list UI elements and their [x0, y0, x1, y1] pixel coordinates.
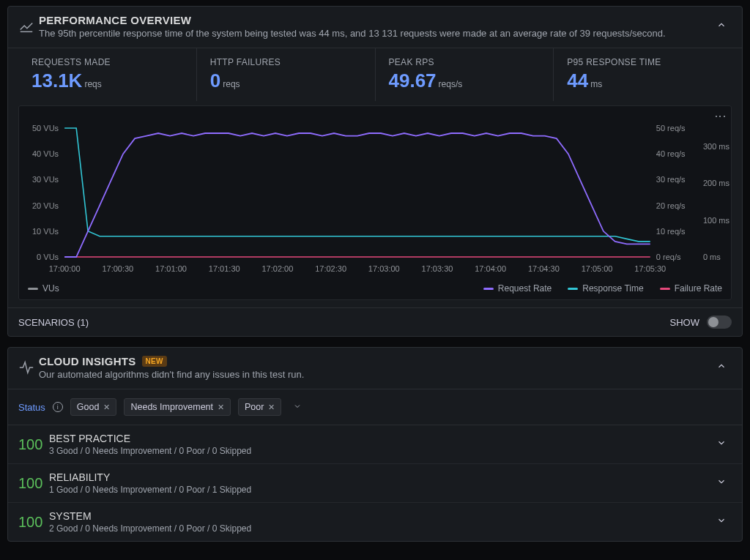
p95-value: 44ms: [567, 70, 719, 92]
close-icon[interactable]: ✕: [103, 403, 110, 412]
insights-panel: CLOUD INSIGHTS NEW Our automated algorit…: [7, 347, 743, 542]
svg-text:17:01:00: 17:01:00: [155, 264, 187, 273]
insight-row-best-practice[interactable]: 100 BEST PRACTICE 3 Good / 0 Needs Impro…: [8, 425, 742, 463]
svg-text:50 req/s: 50 req/s: [656, 124, 686, 132]
chart-line-icon: [18, 18, 39, 37]
svg-text:17:00:30: 17:00:30: [102, 264, 133, 273]
svg-text:17:05:30: 17:05:30: [634, 264, 666, 273]
legend-failure-rate: Failure Rate: [675, 283, 722, 294]
stats-row: REQUESTS MADE 13.1Kreqs HTTP FAILURES 0r…: [8, 48, 742, 101]
svg-text:0 VUs: 0 VUs: [37, 253, 59, 261]
svg-text:17:02:00: 17:02:00: [261, 264, 293, 273]
svg-text:17:03:30: 17:03:30: [422, 264, 453, 273]
svg-text:300 ms: 300 ms: [703, 142, 730, 151]
p95-label: P95 RESPONSE TIME: [567, 57, 719, 67]
performance-panel: PERFORMANCE OVERVIEW The 95th percentile…: [7, 6, 743, 337]
filter-dropdown-button[interactable]: [289, 399, 306, 416]
requests-made-value: 13.1Kreqs: [31, 70, 183, 92]
performance-subtitle: The 95th percentile response time of the…: [39, 28, 711, 39]
svg-text:50 VUs: 50 VUs: [32, 124, 59, 132]
svg-text:20 req/s: 20 req/s: [656, 201, 686, 210]
status-filter-label: Status: [18, 402, 45, 413]
close-icon[interactable]: ✕: [268, 403, 275, 412]
chart-menu-icon[interactable]: ⋮: [715, 111, 725, 122]
svg-text:10 req/s: 10 req/s: [656, 227, 686, 236]
legend-vus: VUs: [42, 283, 59, 294]
activity-icon: [18, 359, 39, 378]
svg-text:10 VUs: 10 VUs: [32, 227, 59, 236]
new-badge: NEW: [142, 356, 167, 367]
legend-request-rate: Request Rate: [498, 283, 552, 294]
legend-response-time: Response Time: [582, 283, 643, 294]
svg-text:100 ms: 100 ms: [703, 216, 730, 225]
peak-rps-label: PEAK RPS: [389, 57, 541, 67]
svg-text:17:04:30: 17:04:30: [528, 264, 560, 273]
performance-title: PERFORMANCE OVERVIEW: [39, 14, 711, 26]
chip-poor[interactable]: Poor✕: [238, 398, 281, 416]
expand-row-icon[interactable]: [711, 438, 732, 451]
svg-text:30 req/s: 30 req/s: [656, 175, 686, 184]
show-label: SHOW: [670, 317, 699, 328]
insight-row-system[interactable]: 100 SYSTEM 2 Good / 0 Needs Improvement …: [8, 502, 742, 541]
peak-rps-value: 49.67reqs/s: [389, 70, 541, 92]
svg-text:17:02:30: 17:02:30: [315, 264, 346, 273]
svg-text:17:03:00: 17:03:00: [368, 264, 400, 273]
close-icon[interactable]: ✕: [218, 403, 224, 412]
svg-text:40 req/s: 40 req/s: [656, 149, 686, 158]
chip-needs-improvement[interactable]: Needs Improvement✕: [124, 398, 231, 416]
svg-text:200 ms: 200 ms: [703, 179, 730, 187]
svg-text:17:04:00: 17:04:00: [475, 264, 506, 273]
collapse-insights-button[interactable]: [711, 361, 732, 374]
svg-text:40 VUs: 40 VUs: [32, 149, 59, 158]
http-failures-value: 0reqs: [210, 70, 362, 92]
info-icon[interactable]: i: [53, 402, 63, 412]
svg-text:30 VUs: 30 VUs: [32, 175, 59, 184]
scenarios-label: SCENARIOS (1): [18, 317, 89, 328]
collapse-performance-button[interactable]: [711, 20, 732, 33]
expand-row-icon[interactable]: [711, 515, 732, 529]
expand-row-icon[interactable]: [711, 477, 732, 490]
insight-row-reliability[interactable]: 100 RELIABILITY 1 Good / 0 Needs Improve…: [8, 463, 742, 502]
svg-text:0 ms: 0 ms: [703, 253, 721, 261]
svg-text:0 req/s: 0 req/s: [656, 253, 681, 261]
http-failures-label: HTTP FAILURES: [210, 57, 362, 67]
svg-text:20 VUs: 20 VUs: [32, 201, 59, 210]
svg-text:17:05:00: 17:05:00: [582, 264, 613, 273]
chart-legend: VUs Request Rate Response Time Failure R…: [19, 282, 731, 299]
insights-subtitle: Our automated algorithms didn't find any…: [39, 369, 711, 380]
svg-text:17:01:30: 17:01:30: [209, 264, 240, 273]
chip-good[interactable]: Good✕: [70, 398, 117, 416]
insights-title: CLOUD INSIGHTS: [39, 355, 136, 367]
svg-text:17:00:00: 17:00:00: [49, 264, 81, 273]
requests-made-label: REQUESTS MADE: [31, 57, 183, 67]
scenarios-toggle[interactable]: [707, 316, 732, 329]
performance-chart: ⋮ 0 VUs10 VUs20 VUs30 VUs40 VUs50 VUs0 r…: [18, 105, 732, 300]
